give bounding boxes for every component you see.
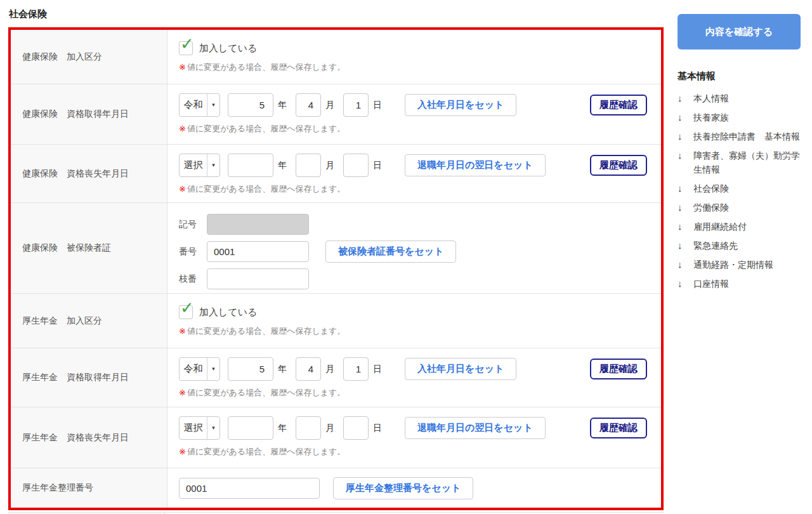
year-input[interactable]: [228, 357, 273, 381]
day-input[interactable]: [343, 154, 369, 177]
month-unit: 月: [325, 364, 334, 375]
month-input[interactable]: [296, 93, 321, 117]
sidebar-item-koyo-keizoku-kyufu[interactable]: ↓ 雇用継続給付: [678, 220, 804, 234]
row-content: 令和 ▼ 年 月 日 入社年月日をセット 履歴確認 ※値に変更がある場合、履歴へ…: [167, 84, 661, 144]
history-note: ※値に変更がある場合、履歴へ保存します。: [179, 183, 661, 195]
year-input[interactable]: [228, 154, 273, 177]
row-label: 健康保険 資格喪失年月日: [11, 145, 167, 202]
checkbox-label: 加入している: [199, 43, 257, 55]
symbol-input: [207, 214, 309, 235]
row-content: 記号 番号 被保険者証番号をセット 枝番: [167, 203, 661, 293]
chevron-down-icon: ▼: [207, 417, 219, 439]
era-select[interactable]: 選択 ▼: [179, 154, 220, 177]
month-input[interactable]: [296, 154, 321, 177]
row-label: 健康保険 被保険者証: [11, 203, 167, 293]
history-note: ※値に変更がある場合、履歴へ保存します。: [179, 326, 661, 337]
down-arrow-icon: ↓: [678, 258, 688, 272]
history-note: ※値に変更がある場合、履歴へ保存します。: [179, 446, 661, 458]
enrolled-checkbox[interactable]: ✓: [179, 305, 193, 319]
sidebar-item-shogaisha-kafu[interactable]: ↓ 障害者、寡婦（夫）勤労学生情報: [678, 148, 804, 176]
sidebar-item-kinkyu-renrakusaki[interactable]: ↓ 緊急連絡先: [678, 239, 804, 253]
era-select[interactable]: 令和 ▼: [179, 93, 220, 117]
row-label: 厚生年金 資格取得年月日: [11, 348, 167, 407]
down-arrow-icon: ↓: [678, 239, 688, 253]
row-content: 厚生年金整理番号をセット: [167, 468, 661, 508]
row-content: 選択 ▼ 年 月 日 退職年月日の翌日をセット 履歴確認 ※値に変更がある場合、…: [167, 145, 661, 202]
down-arrow-icon: ↓: [678, 181, 688, 195]
year-input[interactable]: [228, 93, 273, 117]
pension-number-input[interactable]: [179, 478, 320, 499]
page-title: 社会保険: [9, 8, 47, 20]
number-input[interactable]: [207, 241, 309, 262]
chevron-down-icon: ▼: [207, 94, 219, 116]
down-arrow-icon: ↓: [678, 110, 688, 124]
era-select-value: 令和: [180, 94, 207, 116]
row-label: 厚生年金 加入区分: [11, 294, 167, 348]
row-label: 健康保険 加入区分: [11, 30, 167, 84]
table-row: 健康保険 加入区分 ✓ 加入している ※値に変更がある場合、履歴へ保存します。: [11, 30, 661, 84]
day-input[interactable]: [343, 357, 369, 381]
check-icon: ✓: [180, 300, 194, 316]
era-select-value: 選択: [180, 417, 207, 439]
month-unit: 月: [325, 423, 334, 434]
table-row: 厚生年金 資格取得年月日 令和 ▼ 年 月 日 入社年月日をセット 履歴確認: [11, 348, 661, 407]
branch-label: 枝番: [179, 273, 199, 285]
month-unit: 月: [325, 100, 334, 111]
day-input[interactable]: [343, 93, 369, 117]
history-check-button[interactable]: 履歴確認: [590, 155, 647, 176]
month-input[interactable]: [296, 357, 321, 381]
day-unit: 日: [373, 423, 382, 434]
set-hire-date-button[interactable]: 入社年月日をセット: [405, 94, 516, 116]
history-check-button[interactable]: 履歴確認: [590, 359, 647, 379]
era-select-value: 令和: [180, 358, 207, 380]
social-insurance-table: 健康保険 加入区分 ✓ 加入している ※値に変更がある場合、履歴へ保存します。 …: [8, 27, 664, 510]
sidebar-item-rodo-hoken[interactable]: ↓ 労働保険: [678, 201, 804, 214]
branch-input[interactable]: [207, 268, 309, 289]
row-content: ✓ 加入している ※値に変更がある場合、履歴へ保存します。: [167, 30, 661, 84]
table-row: 厚生年金 資格喪失年月日 選択 ▼ 年 月 日 退職年月日の翌日をセット 履歴確…: [11, 407, 661, 468]
history-note: ※値に変更がある場合、履歴へ保存します。: [179, 387, 661, 399]
confirm-content-button[interactable]: 内容を確認する: [678, 14, 801, 49]
history-check-button[interactable]: 履歴確認: [590, 95, 647, 115]
history-check-button[interactable]: 履歴確認: [590, 418, 647, 438]
sidebar-item-tsukin-keiro[interactable]: ↓ 通勤経路・定期情報: [678, 258, 804, 272]
sidebar-item-fuyo-kojo-shinseisho[interactable]: ↓ 扶養控除申請書 基本情報: [678, 129, 804, 143]
table-row: 厚生年金整理番号 厚生年金整理番号をセット: [11, 468, 661, 508]
day-unit: 日: [373, 100, 382, 111]
row-label: 厚生年金整理番号: [11, 468, 167, 508]
row-content: 令和 ▼ 年 月 日 入社年月日をセット 履歴確認 ※値に変更がある場合、履歴へ…: [167, 348, 661, 407]
set-insured-card-number-button[interactable]: 被保険者証番号をセット: [325, 241, 456, 263]
row-label: 健康保険 資格取得年月日: [11, 84, 167, 144]
sidebar-item-shakai-hoken[interactable]: ↓ 社会保険: [678, 181, 804, 195]
symbol-label: 記号: [179, 219, 199, 230]
era-select[interactable]: 令和 ▼: [179, 357, 220, 381]
set-retirement-next-day-button[interactable]: 退職年月日の翌日をセット: [405, 417, 546, 439]
month-input[interactable]: [296, 416, 321, 440]
sidebar-item-honnin-joho[interactable]: ↓ 本人情報: [678, 91, 804, 105]
sidebar-heading: 基本情報: [678, 70, 804, 82]
sidebar-item-fuyo-kazoku[interactable]: ↓ 扶養家族: [678, 110, 804, 124]
check-icon: ✓: [180, 36, 194, 52]
row-content: ✓ 加入している ※値に変更がある場合、履歴へ保存します。: [167, 294, 661, 348]
table-row: 健康保険 資格取得年月日 令和 ▼ 年 月 日 入社年月日をセット 履歴確認: [11, 84, 661, 145]
day-unit: 日: [373, 160, 382, 171]
era-select-value: 選択: [180, 154, 207, 176]
chevron-down-icon: ▼: [207, 358, 219, 380]
down-arrow-icon: ↓: [678, 277, 688, 291]
down-arrow-icon: ↓: [678, 201, 688, 214]
table-row: 厚生年金 加入区分 ✓ 加入している ※値に変更がある場合、履歴へ保存します。: [11, 294, 661, 348]
set-hire-date-button[interactable]: 入社年月日をセット: [405, 358, 516, 380]
day-input[interactable]: [343, 416, 369, 440]
year-input[interactable]: [228, 416, 273, 440]
year-unit: 年: [278, 423, 287, 434]
set-pension-number-button[interactable]: 厚生年金整理番号をセット: [333, 477, 473, 499]
enrolled-checkbox[interactable]: ✓: [179, 41, 193, 55]
year-unit: 年: [278, 364, 287, 375]
era-select[interactable]: 選択 ▼: [179, 416, 220, 440]
year-unit: 年: [278, 100, 287, 111]
sidebar-item-koza-joho[interactable]: ↓ 口座情報: [678, 277, 804, 291]
table-row: 健康保険 資格喪失年月日 選択 ▼ 年 月 日 退職年月日の翌日をセット 履歴確…: [11, 145, 661, 203]
set-retirement-next-day-button[interactable]: 退職年月日の翌日をセット: [405, 154, 546, 176]
down-arrow-icon: ↓: [678, 91, 688, 105]
row-label: 厚生年金 資格喪失年月日: [11, 407, 167, 468]
